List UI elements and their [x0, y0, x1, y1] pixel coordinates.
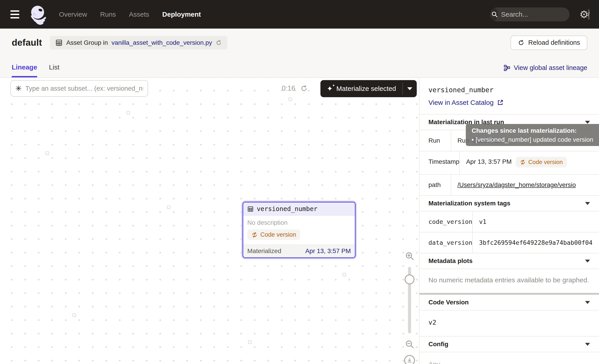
dagster-logo-icon[interactable]: [27, 4, 49, 25]
menu-icon[interactable]: [10, 10, 19, 18]
zoom-controls: [402, 251, 417, 364]
sync-alert-icon: [520, 159, 526, 165]
tab-list[interactable]: List: [49, 63, 59, 77]
zoom-out-icon[interactable]: [405, 339, 414, 349]
node-status-label: Materialized: [247, 247, 281, 255]
metadata-plots-empty-message: No numeric metadata entries available to…: [419, 269, 599, 293]
code-version-chip-label: Code version: [260, 231, 296, 238]
nav-item-overview[interactable]: Overview: [59, 11, 87, 18]
sparkle-icon: ✦✦: [327, 85, 333, 92]
section-title: Code Version: [428, 299, 469, 306]
collapse-caret-icon: [585, 202, 590, 205]
code-version-tag-value: v1: [473, 211, 599, 232]
view-in-asset-catalog-link[interactable]: View in Asset Catalog: [428, 99, 590, 106]
asset-node-description: No description: [247, 219, 351, 226]
table-row-timestamp: Timestamp Apr 13, 3:57 PM: [419, 151, 599, 174]
external-link-icon: [497, 99, 504, 106]
download-icon: [407, 357, 413, 363]
reload-definitions-button[interactable]: Reload definitions: [511, 35, 587, 50]
asset-node-name: versioned_number: [257, 205, 317, 213]
run-row-label: Run: [419, 130, 451, 151]
search-icon: [491, 8, 498, 20]
grid-marker: [45, 151, 49, 155]
materialize-selected-split-button: ✦✦ Materialize selected: [320, 80, 417, 97]
main-nav: Overview Runs Assets Deployment: [59, 11, 201, 18]
grid-marker: [289, 97, 292, 101]
asset-subset-input[interactable]: [26, 85, 143, 92]
zoom-in-icon[interactable]: [405, 251, 414, 261]
section-metadata-plots[interactable]: Metadata plots: [419, 253, 599, 269]
section-code-version[interactable]: Code Version: [419, 295, 599, 310]
code-version-tag-label: code_version: [419, 211, 473, 232]
collapse-caret-icon: [585, 260, 590, 262]
grid-marker: [167, 205, 171, 209]
nav-item-deployment[interactable]: Deployment: [162, 11, 201, 18]
collapse-caret-icon: [585, 121, 590, 124]
tab-bar: Lineage List View global asset lineage: [0, 57, 599, 78]
system-tags-table: code_version v1 data_version 3bfc269594e…: [419, 211, 599, 253]
zoom-slider-handle[interactable]: [405, 275, 414, 284]
grid-marker: [343, 273, 346, 277]
tooltip-title: Changes since last materialization:: [472, 127, 594, 134]
refresh-icon[interactable]: [216, 40, 222, 46]
top-nav: Overview Runs Assets Deployment / ⚙: [0, 0, 599, 29]
grid-marker: [72, 313, 76, 317]
path-row-label: path: [419, 174, 451, 195]
dagster-app: Overview Runs Assets Deployment / ⚙ defa…: [0, 0, 599, 364]
changes-tooltip: Changes since last materialization: • [v…: [466, 124, 599, 146]
nav-item-assets[interactable]: Assets: [129, 11, 149, 18]
op-selector-icon: ✳: [15, 85, 22, 92]
asset-node-versioned-number[interactable]: versioned_number No description C: [243, 202, 355, 258]
zoom-slider[interactable]: [408, 267, 411, 333]
section-config[interactable]: Config: [419, 336, 599, 352]
code-version-chip-label: Code version: [528, 159, 563, 165]
download-graph-button[interactable]: [404, 355, 415, 364]
section-system-tags[interactable]: Materialization system tags: [419, 195, 599, 211]
sync-alert-icon: [251, 232, 258, 238]
section-title: Config: [428, 341, 449, 348]
table-row-code-version: code_version v1: [419, 211, 599, 232]
path-value-link[interactable]: /Users/sryza/dagster_home/storage/versio: [458, 181, 576, 189]
page-title: default: [12, 37, 42, 48]
grid-marker: [126, 111, 130, 114]
asset-graph-canvas[interactable]: ✳ 0:16 ✦✦ Materialize selected: [0, 78, 419, 364]
code-version-value: v2: [419, 310, 599, 336]
table-row-data-version: data_version 3bfc269594ef649228e9a74bab0…: [419, 232, 599, 253]
search-input[interactable]: [501, 11, 588, 18]
view-global-asset-lineage-label: View global asset lineage: [514, 64, 587, 71]
breadcrumb: Asset Group in vanilla_asset_with_code_v…: [50, 36, 227, 50]
tooltip-item: • [versioned_number] updated code versio…: [472, 136, 594, 143]
timestamp-row-label: Timestamp: [419, 151, 460, 174]
sidebar-asset-name: versioned_number: [428, 86, 590, 94]
refresh-timer: 0:16: [282, 84, 295, 93]
breadcrumb-file-link[interactable]: vanilla_asset_with_code_version.py: [112, 39, 212, 46]
global-search[interactable]: /: [490, 8, 570, 21]
code-version-chip: Code version: [516, 157, 567, 167]
refresh-graph-icon[interactable]: [300, 85, 308, 92]
grid-marker: [248, 340, 252, 344]
table-row-path: path /Users/sryza/dagster_home/storage/v…: [419, 174, 599, 195]
materialize-options-dropdown[interactable]: [403, 80, 417, 97]
reload-definitions-label: Reload definitions: [528, 39, 580, 46]
timestamp-value: Apr 13, 3:57 PM: [466, 158, 511, 165]
node-status-time[interactable]: Apr 13, 3:57 PM: [305, 247, 351, 255]
collapse-caret-icon: [585, 343, 590, 346]
collapse-caret-icon: [585, 301, 590, 304]
section-title: Materialization system tags: [428, 200, 510, 207]
reload-icon: [518, 39, 525, 46]
view-global-asset-lineage-link[interactable]: View global asset lineage: [503, 64, 587, 77]
asset-subset-filter[interactable]: ✳: [10, 80, 148, 97]
nav-item-runs[interactable]: Runs: [100, 11, 116, 18]
page-header: default Asset Group in vanilla_asset_wit…: [0, 29, 599, 57]
tab-lineage[interactable]: Lineage: [12, 63, 37, 77]
lineage-graph-icon: [503, 64, 511, 71]
code-version-chip: Code version: [247, 229, 300, 240]
asset-details-sidebar: versioned_number View in Asset Catalog M…: [419, 78, 599, 364]
chevron-down-icon: [407, 87, 412, 90]
settings-gear-icon[interactable]: ⚙: [579, 9, 589, 20]
asset-table-icon: [247, 206, 254, 212]
materialize-selected-label: Materialize selected: [336, 85, 396, 93]
asset-group-icon: [55, 39, 62, 46]
view-in-asset-catalog-label: View in Asset Catalog: [428, 99, 494, 106]
materialize-selected-button[interactable]: ✦✦ Materialize selected: [320, 80, 402, 97]
